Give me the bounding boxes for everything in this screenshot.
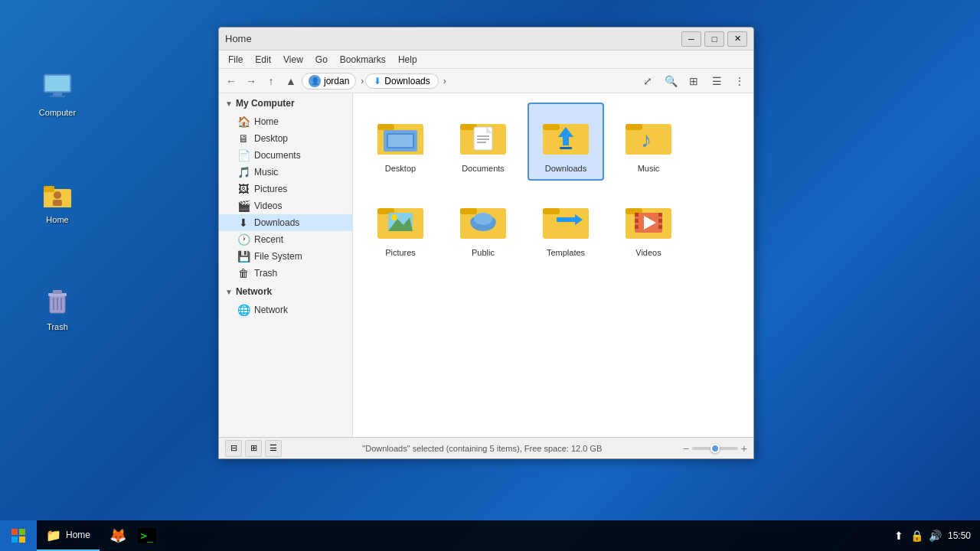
menu-go[interactable]: Go (309, 53, 334, 67)
search-button[interactable]: 🔍 (660, 71, 681, 91)
maximize-button[interactable]: □ (704, 31, 724, 47)
minimize-button[interactable]: ─ (681, 31, 701, 47)
home-sidebar-icon: 🏠 (237, 116, 250, 128)
file-item-documents[interactable]: Documents (445, 103, 521, 181)
svg-rect-62 (19, 529, 25, 535)
sidebar-item-music[interactable]: 🎵 Music (219, 164, 352, 181)
trash-label: Trash (47, 322, 68, 331)
address-more-arrow: › (443, 76, 446, 86)
statusbar-icon-view1[interactable]: ⊟ (225, 440, 242, 457)
statusbar-icon-view3[interactable]: ☰ (265, 440, 282, 457)
address-user-pill[interactable]: 👤 jordan (302, 73, 356, 90)
videos-folder-label: Videos (635, 248, 661, 257)
downloads-folder-label: Downloads (545, 164, 586, 173)
forward-button[interactable]: → (242, 72, 260, 90)
statusbar-icon-view2[interactable]: ⊞ (245, 440, 262, 457)
desktop-icon-home[interactable]: Home (27, 172, 88, 227)
pictures-folder-label: Pictures (385, 248, 416, 257)
address-downloads-segment[interactable]: ⬇ Downloads (365, 73, 438, 89)
expand-button[interactable]: ⤢ (637, 71, 658, 91)
desktop-icon-computer[interactable]: Computer (27, 65, 88, 120)
taskbar-fm-icon: 📁 (46, 528, 61, 543)
file-item-videos[interactable]: Videos (610, 187, 687, 265)
svg-rect-57 (658, 213, 662, 217)
videos-sidebar-icon: 🎬 (237, 200, 250, 212)
sidebar-section-network[interactable]: ▼ Network (219, 282, 352, 302)
svg-rect-12 (53, 290, 62, 294)
close-button[interactable]: ✕ (727, 31, 747, 47)
menubar: File Edit View Go Bookmarks Help (219, 51, 753, 69)
sidebar-section-my-computer[interactable]: ▼ My Computer (219, 93, 352, 113)
pictures-sidebar-icon: 🖼 (237, 183, 250, 195)
file-item-pictures[interactable]: Pictures (362, 187, 439, 265)
statusbar-text: "Downloads" selected (containing 5 items… (288, 444, 677, 453)
sidebar-pictures-label: Pictures (254, 184, 287, 194)
tray-volume-icon: 🔊 (929, 530, 942, 542)
user-avatar-icon: 👤 (309, 75, 321, 87)
sidebar-item-filesystem[interactable]: 💾 File System (219, 248, 352, 265)
svg-rect-61 (11, 529, 18, 535)
menu-button[interactable]: ⋮ (729, 71, 750, 91)
desktop-folder-icon (376, 110, 425, 159)
menu-edit[interactable]: Edit (249, 53, 277, 67)
sidebar-item-network[interactable]: 🌐 Network (219, 302, 352, 318)
menu-view[interactable]: View (277, 53, 309, 67)
sidebar-item-trash[interactable]: 🗑 Trash (219, 265, 352, 282)
back-button[interactable]: ← (222, 72, 240, 90)
window-controls: ─ □ ✕ (681, 31, 747, 47)
sidebar-music-label: Music (254, 167, 278, 178)
statusbar: ⊟ ⊞ ☰ "Downloads" selected (containing 5… (219, 437, 753, 458)
svg-rect-21 (388, 135, 413, 147)
documents-folder-icon (459, 110, 508, 159)
menu-file[interactable]: File (222, 53, 249, 67)
window-title: Home (225, 33, 252, 44)
downloads-folder-icon (541, 110, 590, 159)
sidebar-item-home[interactable]: 🏠 Home (219, 113, 352, 130)
svg-text:♪: ♪ (641, 128, 652, 152)
zoom-plus: + (741, 442, 747, 455)
menu-help[interactable]: Help (392, 53, 423, 67)
icon-view-button[interactable]: ⊞ (683, 71, 704, 91)
sidebar-item-desktop[interactable]: 🖥 Desktop (219, 130, 352, 147)
file-item-desktop[interactable]: Desktop (362, 103, 439, 181)
documents-sidebar-icon: 📄 (237, 149, 250, 161)
sidebar-item-recent[interactable]: 🕐 Recent (219, 231, 352, 248)
svg-rect-58 (658, 219, 662, 223)
zoom-slider[interactable] (692, 447, 738, 450)
zoom-thumb (710, 444, 720, 453)
taskbar-fm-label: Home (66, 530, 90, 540)
sidebar-item-videos[interactable]: 🎬 Videos (219, 197, 352, 214)
zoom-minus: − (683, 442, 689, 455)
svg-rect-56 (635, 225, 639, 229)
svg-rect-9 (53, 200, 62, 206)
taskbar-file-manager[interactable]: 📁 Home (37, 520, 100, 551)
svg-point-46 (474, 213, 492, 225)
downloads-nav-icon: ⬇ (374, 76, 381, 86)
public-folder-label: Public (472, 248, 495, 257)
templates-folder-label: Templates (547, 248, 585, 257)
collapse-arrow-network: ▼ (225, 288, 233, 296)
sidebar-section-network-label: Network (236, 286, 272, 297)
file-item-downloads[interactable]: Downloads (528, 103, 604, 181)
sidebar-item-pictures[interactable]: 🖼 Pictures (219, 181, 352, 197)
file-grid: Desktop (353, 93, 753, 437)
file-item-public[interactable]: Public (445, 187, 521, 265)
sidebar-item-documents[interactable]: 📄 Documents (219, 147, 352, 164)
addressbar: ← → ↑ ▲ 👤 jordan › ⬇ Downloads › ⤢ 🔍 ⊞ ☰… (219, 69, 753, 93)
svg-rect-34 (626, 124, 642, 130)
downloads-sidebar-icon: ⬇ (237, 217, 250, 229)
file-item-templates[interactable]: Templates (528, 187, 604, 265)
computer-icon (39, 68, 76, 105)
start-button[interactable] (0, 520, 37, 551)
menu-bookmarks[interactable]: Bookmarks (334, 53, 392, 67)
taskbar: 📁 Home 🦊 >_ ⬆ 🔒 🔊 15:50 (0, 520, 980, 551)
taskbar-firefox-icon[interactable]: 🦊 (106, 520, 130, 551)
taskbar-terminal-icon[interactable]: >_ (135, 520, 159, 551)
up-button[interactable]: ↑ (262, 72, 280, 90)
file-item-music[interactable]: ♪ Music (610, 103, 687, 181)
desktop-icon-trash[interactable]: Trash (27, 279, 88, 334)
sidebar-item-downloads[interactable]: ⬇ Downloads (219, 214, 352, 231)
list-view-button[interactable]: ☰ (706, 71, 727, 91)
sidebar: ▼ My Computer 🏠 Home 🖥 Desktop 📄 Documen… (219, 93, 353, 437)
history-button[interactable]: ▲ (282, 72, 300, 90)
